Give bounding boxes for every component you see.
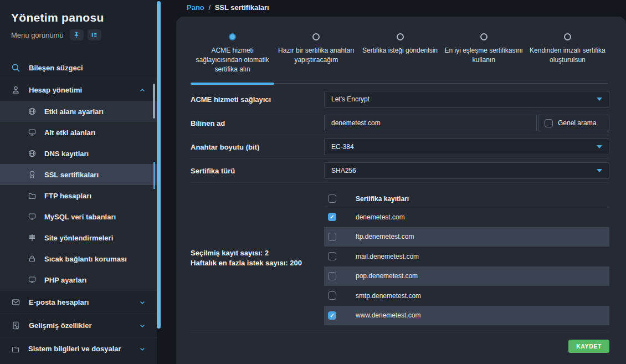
ssl-certificates-card: ACME hizmeti sağlayıcısından otomatik se… [176,17,626,364]
chevron-down-icon [597,98,602,101]
selected-records-count: Seçilmiş kayıt sayısı: 2 [191,248,324,258]
record-row-ftp-denemetest-com[interactable]: ftp.denemetest.com [324,227,609,247]
global-search-checkbox[interactable] [545,119,553,127]
card-footer: KAYDET [191,332,609,360]
globe-icon [28,149,37,158]
form-row-cert-type: Sertifika türü SHA256 [191,159,609,183]
breadcrumb-home-link[interactable]: Pano [187,3,204,12]
sidebar-scrollbar[interactable] [157,1,161,329]
sidebar-header: Yönetim panosu Menü görünümü [0,0,157,40]
step-en-iyi-e-le-me-sertifikas-n-ku[interactable]: En iyi eşleşme sertifikasını kullanın [442,33,526,74]
sidebar-item-label: FTP hesapları [44,192,91,200]
record-checkbox[interactable] [328,291,336,300]
step-label: ACME hizmeti sağlayıcısından otomatik se… [191,46,274,74]
global-search-label: Genel arama [558,119,596,127]
record-checkbox[interactable] [328,311,336,320]
user-icon [11,85,20,95]
chevron-down-icon [139,322,146,329]
acme-provider-value: Let's Encrypt [331,95,370,103]
sidebar-item-ssl-sertifikalar[interactable]: SSL sertifikaları [0,164,157,185]
sidebar-section-account-management[interactable]: Hesap yönetimi [0,79,157,101]
sidebar-item-label: PHP ayarları [44,276,86,284]
sidebar-submenu: Etki alanı ayarlarıAlt etki alanlarıDNS … [0,101,157,290]
records-summary: Seçilmiş kayıt sayısı: 2 Haftalık en faz… [191,191,324,325]
globe-icon [28,107,37,116]
step-kendinden-imzal-sertifika-olu-[interactable]: Kendinden imzalı sertifika oluşturulsun [526,33,609,74]
mail-icon [11,298,20,307]
record-domain: ftp.denemetest.com [356,233,414,240]
record-domain: smtp.denemetest.com [356,292,421,300]
sidebar-section-e-posta-hesaplar[interactable]: E-posta hesapları [0,290,157,314]
record-row-denemetest-com[interactable]: denemetest.com [324,207,609,227]
step-acme-hizmeti-sa-lay-c-s-ndan-o[interactable]: ACME hizmeti sağlayıcısından otomatik se… [191,33,274,74]
acme-provider-select[interactable]: Let's Encrypt [324,91,609,107]
section-label: Hesap yönetimi [29,86,82,94]
record-checkbox[interactable] [328,233,336,241]
records-header-label: Sertifika kayıtları [356,195,409,203]
sidebar-item-label: Sıcak bağlantı koruması [44,255,127,263]
step-radio[interactable] [312,33,320,40]
acme-provider-label: ACME hizmeti sağlayıcı [191,95,324,104]
sidebar-item-s-cak-ba-lant-korumas[interactable]: Sıcak bağlantı koruması [0,248,157,269]
step-radio[interactable] [480,33,488,40]
step-radio[interactable] [564,33,571,40]
record-checkbox[interactable] [328,272,336,280]
submenu-scrollbar-thumb[interactable] [153,84,155,119]
sidebar-bottom-sections: E-posta hesaplarıGelişmiş özelliklerSist… [0,290,157,360]
sidebar-item-dns-kay-tlar[interactable]: DNS kayıtları [0,143,157,164]
breadcrumb-current: SSL sertifikaları [215,3,269,12]
record-row-smtp-denemetest-com[interactable]: smtp.denemetest.com [324,286,609,306]
records-header-row: Sertifika kayıtları [324,191,609,207]
sidebar-section-geli-mi-zellikler[interactable]: Gelişmiş özellikler [0,314,157,337]
component-filter[interactable]: Bileşen süzgeci [0,57,157,79]
record-row-pop-denemetest-com[interactable]: pop.denemetest.com [324,266,609,286]
sidebar-item-etki-alan-ayarlar[interactable]: Etki alanı ayarları [0,101,157,122]
form-row-key-size: Anahtar boyutu (bit) EC-384 [191,135,609,159]
sidebar-item-alt-etki-alanlar[interactable]: Alt etki alanları [0,122,157,143]
sidebar-item-label: Alt etki alanları [44,129,95,137]
sidebar-item-label: SSL sertifikaları [44,171,99,179]
chevron-down-icon [597,169,602,172]
component-filter-label: Bileşen süzgeci [29,64,83,72]
key-size-value: EC-384 [331,143,354,151]
common-name-label: Bilinen ad [191,119,324,127]
cert-type-select[interactable]: SHA256 [324,162,609,179]
monitor-icon [28,128,37,137]
select-all-checkbox[interactable] [328,194,336,203]
sidebar-item-label: MySQL veri tabanları [44,213,116,221]
step-haz-r-bir-sertifika-anahtar-ya[interactable]: Hazır bir sertifika anahtarı yapıştıraca… [274,33,358,74]
monitor-icon [28,275,37,284]
sidebar-item-ftp-hesaplar[interactable]: FTP hesapları [0,185,157,206]
menu-list-view-button[interactable] [88,29,101,40]
pin-icon [73,31,80,39]
chevron-up-icon [139,87,146,94]
step-sertifika-iste-i-g-nderilsin[interactable]: Sertifika isteği gönderilsin [358,33,442,74]
sidebar-item-php-ayarlar[interactable]: PHP ayarları [0,269,157,290]
signpost-icon [28,233,37,242]
step-radio-selected[interactable] [229,33,236,40]
sidebar-item-site-y-nlendirmeleri[interactable]: Site yönlendirmeleri [0,227,157,248]
form-row-certificate-records: Seçilmiş kayıt sayısı: 2 Haftalık en faz… [191,183,609,329]
chevron-down-icon [139,299,146,306]
certificate-form: ACME hizmeti sağlayıcı Let's Encrypt Bil… [191,88,609,329]
step-radio[interactable] [397,33,404,40]
save-button[interactable]: KAYDET [568,340,609,353]
key-size-select[interactable]: EC-384 [324,139,609,155]
folder-icon [28,191,37,200]
sidebar-title: Yönetim panosu [11,11,146,24]
common-name-input[interactable] [324,115,537,131]
menu-view-label: Menü görünümü [11,31,64,39]
chevron-down-icon [139,346,146,352]
section-label: E-posta hesapları [29,298,89,306]
record-checkbox[interactable] [328,252,336,260]
record-row-www-denemetest-com[interactable]: www.denemetest.com [324,306,609,326]
step-label: Hazır bir sertifika anahtarı yapıştıraca… [275,46,358,65]
sidebar-section-sistem-bilgileri-ve-dosyalar[interactable]: Sistem bilgileri ve dosyalar [0,337,157,360]
step-label: En iyi eşleşme sertifikasını kullanın [442,46,525,65]
certificate-records-list: Sertifika kayıtları denemetest.comftp.de… [324,191,609,325]
sidebar-item-mysql-veri-tabanlar[interactable]: MySQL veri tabanları [0,206,157,227]
record-row-mail-denemetest-com[interactable]: mail.denemetest.com [324,247,609,266]
pin-menu-button[interactable] [70,29,84,40]
record-checkbox[interactable] [328,213,336,221]
global-search-checkbox-group[interactable]: Genel arama [538,115,609,131]
